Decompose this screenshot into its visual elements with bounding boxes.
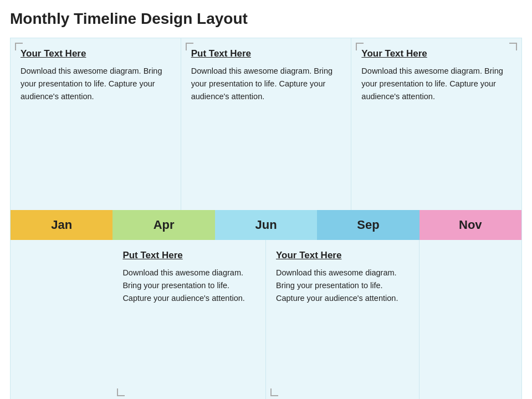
timeline-month-sep: Sep (317, 210, 419, 240)
top-col-1-body: Download this awesome diagram. Bring you… (21, 65, 171, 104)
top-col-2-body: Download this awesome diagram. Bring you… (191, 65, 341, 104)
top-col-2: Put Text Here Download this awesome diag… (181, 38, 352, 210)
timeline-month-apr: Apr (112, 210, 214, 240)
top-col-3-body: Download this awesome diagram. Bring you… (361, 65, 511, 104)
timeline-bar: Jan Apr Jun Sep Nov (11, 210, 521, 240)
top-col-1: Your Text Here Download this awesome dia… (11, 38, 181, 210)
top-col-2-heading: Put Text Here (191, 48, 341, 59)
top-col-1-heading: Your Text Here (21, 48, 171, 59)
tick-bl-1 (117, 388, 125, 396)
page-title: Monthly Timeline Design Layout (10, 10, 522, 28)
bottom-spacer-left (11, 240, 112, 399)
timeline-month-jun: Jun (215, 210, 317, 240)
bottom-col-2: Your Text Here Download this awesome dia… (266, 240, 420, 399)
timeline-month-nov: Nov (420, 210, 521, 240)
bottom-col-2-heading: Your Text Here (276, 250, 409, 261)
tick-tl-2 (186, 43, 193, 50)
top-col-3-heading: Your Text Here (361, 48, 511, 59)
bottom-col-1: Put Text Here Download this awesome diag… (112, 240, 266, 399)
bottom-col-2-body: Download this awesome diagram. Bring you… (276, 267, 409, 305)
tick-bl-2 (270, 388, 278, 396)
bottom-col-1-body: Download this awesome diagram. Bring you… (122, 267, 255, 305)
timeline-month-jan: Jan (11, 210, 112, 240)
top-section: Your Text Here Download this awesome dia… (11, 38, 521, 210)
top-col-3: Your Text Here Download this awesome dia… (351, 38, 521, 210)
bottom-section: Put Text Here Download this awesome diag… (11, 240, 521, 399)
main-container: Your Text Here Download this awesome dia… (10, 38, 522, 399)
tick-tl-3 (356, 43, 364, 50)
tick-tl-1 (15, 43, 23, 50)
tick-tr-3 (509, 43, 517, 50)
bottom-col-1-heading: Put Text Here (122, 250, 255, 261)
bottom-spacer-right (420, 240, 521, 399)
